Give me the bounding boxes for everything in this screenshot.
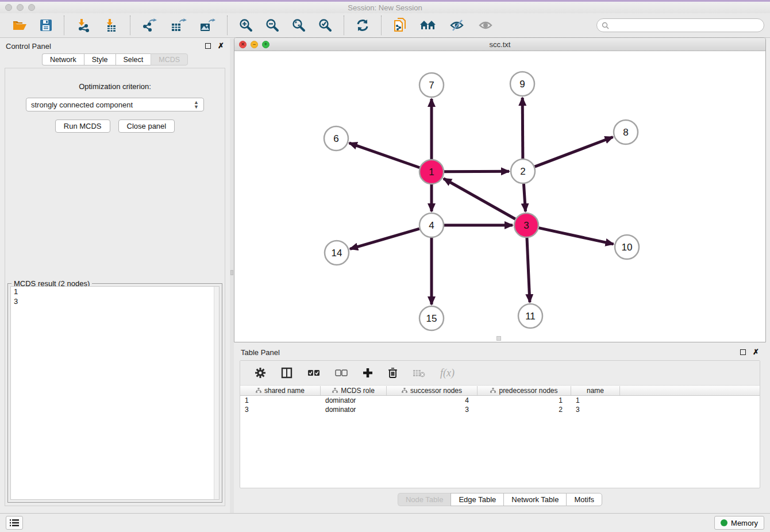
checked-boxes-icon: [307, 369, 320, 376]
zoom-out-button[interactable]: [263, 17, 282, 33]
edge-2-8[interactable]: [535, 137, 613, 167]
column-header-shared-name[interactable]: shared name: [240, 386, 321, 395]
cell-successor-nodes[interactable]: 4: [387, 396, 478, 405]
zoom-selected-button[interactable]: [316, 17, 334, 33]
cell-name[interactable]: 1: [571, 396, 620, 405]
save-session-button[interactable]: [37, 18, 55, 33]
export-network-button[interactable]: [140, 17, 160, 33]
zoom-in-button[interactable]: [237, 17, 255, 33]
table-row[interactable]: 3dominator323: [240, 405, 760, 414]
edge-1-6[interactable]: [349, 143, 420, 168]
splitter-handle[interactable]: [230, 270, 233, 275]
deselect-all-rows-button[interactable]: [333, 368, 350, 377]
zoom-fit-button[interactable]: [290, 17, 308, 33]
delete-column-button[interactable]: [386, 366, 400, 380]
export-image-button[interactable]: [197, 17, 218, 33]
run-mcds-button[interactable]: Run MCDS: [55, 119, 110, 133]
close-panel-icon[interactable]: ✗: [218, 43, 224, 49]
close-panel-button[interactable]: Close panel: [118, 119, 175, 133]
toolbar-separator: [130, 16, 130, 35]
apply-function-button[interactable]: f(x): [438, 366, 457, 380]
edge-2-3[interactable]: [523, 184, 525, 211]
column-header-label: successor nodes: [410, 387, 462, 395]
control-tab-network[interactable]: Network: [42, 53, 84, 65]
edge-4-14[interactable]: [350, 229, 419, 249]
memory-button[interactable]: Memory: [714, 516, 764, 530]
search-input[interactable]: [609, 21, 759, 29]
cell-predecessor-nodes[interactable]: 1: [478, 396, 571, 405]
mcds-tab-content: Optimization criterion: strongly connect…: [5, 68, 225, 506]
criterion-select[interactable]: strongly connected component ▲▼: [26, 98, 204, 111]
cell-successor-nodes[interactable]: 3: [387, 405, 478, 414]
cell-MCDS-role[interactable]: dominator: [321, 405, 387, 414]
edge-2-9[interactable]: [522, 98, 523, 159]
import-table-button[interactable]: [101, 17, 121, 33]
canvas-resize-handle[interactable]: [496, 336, 501, 341]
column-header-successor-nodes[interactable]: successor nodes: [387, 386, 478, 395]
duplicate-network-icon: [393, 18, 407, 33]
control-tab-style[interactable]: Style: [84, 53, 116, 65]
result-scrollbar[interactable]: [214, 287, 219, 499]
window-traffic-lights[interactable]: [5, 4, 35, 11]
float-panel-icon[interactable]: [205, 43, 211, 49]
hide-selected-button[interactable]: [447, 18, 468, 33]
control-tab-mcds[interactable]: MCDS: [151, 53, 188, 65]
network-canvas[interactable]: 7968124314101511: [234, 52, 765, 342]
control-panel: Control Panel ✗ NetworkStyleSelectMCDS O…: [0, 38, 230, 513]
delete-table-button[interactable]: [410, 368, 428, 379]
table-tab-node-table[interactable]: Node Table: [398, 493, 451, 506]
control-tab-select[interactable]: Select: [116, 53, 151, 65]
network-close-icon[interactable]: ✕: [239, 41, 247, 48]
table-float-icon[interactable]: [740, 349, 746, 355]
main-toolbar: [0, 13, 770, 38]
column-header-predecessor-nodes[interactable]: predecessor nodes: [478, 386, 571, 395]
edge-1-2[interactable]: [444, 171, 509, 172]
table-tab-motifs[interactable]: Motifs: [566, 493, 602, 506]
network-minimize-icon[interactable]: –: [251, 41, 258, 48]
table-tab-network-table[interactable]: Network Table: [503, 493, 566, 506]
cell-shared-name[interactable]: 3: [240, 405, 321, 414]
function-fx-label: f(x): [440, 367, 455, 379]
search-box[interactable]: [596, 18, 764, 32]
show-all-button[interactable]: [476, 18, 496, 33]
duplicate-network-button[interactable]: [391, 17, 409, 34]
edge-3-1[interactable]: [444, 179, 515, 219]
table-row[interactable]: 1dominator411: [240, 396, 760, 405]
edge-3-11[interactable]: [527, 238, 530, 302]
first-neighbors-button[interactable]: [417, 18, 439, 33]
cell-predecessor-nodes[interactable]: 2: [478, 405, 571, 414]
show-columns-button[interactable]: [279, 366, 295, 380]
eye-slash-icon: [449, 19, 465, 32]
network-window-titlebar[interactable]: ✕ – + scc.txt: [234, 38, 765, 51]
edge-3-10[interactable]: [538, 228, 613, 244]
network-graph[interactable]: 7968124314101511: [234, 52, 765, 342]
import-network-button[interactable]: [74, 17, 93, 33]
network-view-window: ✕ – + scc.txt 7968124314101511: [234, 37, 766, 342]
cell-name[interactable]: 3: [571, 405, 620, 414]
add-column-button[interactable]: [360, 367, 375, 379]
mcds-result-list[interactable]: 13: [10, 286, 220, 500]
result-item[interactable]: 3: [11, 296, 219, 306]
refresh-button[interactable]: [353, 17, 372, 33]
table-close-icon[interactable]: ✗: [753, 349, 759, 355]
result-item[interactable]: 1: [11, 287, 219, 296]
panel-splitter[interactable]: [230, 38, 234, 513]
network-zoom-icon[interactable]: +: [262, 41, 270, 48]
cell-shared-name[interactable]: 1: [240, 396, 321, 405]
node-label-9: 9: [519, 79, 525, 90]
zoom-window-icon[interactable]: [28, 4, 35, 11]
open-session-button[interactable]: [10, 18, 29, 33]
column-header-MCDS-role[interactable]: MCDS role: [321, 386, 387, 395]
cell-MCDS-role[interactable]: dominator: [321, 396, 387, 405]
select-all-rows-button[interactable]: [305, 368, 322, 377]
network-traffic-lights[interactable]: ✕ – +: [239, 41, 270, 48]
table-tab-edge-table[interactable]: Edge Table: [451, 493, 503, 506]
column-header-name[interactable]: name: [571, 386, 620, 395]
table-settings-button[interactable]: [252, 366, 268, 380]
close-window-icon[interactable]: [5, 4, 12, 11]
network-window-title: scc.txt: [490, 40, 511, 49]
zoom-fit-icon: [292, 18, 306, 32]
task-history-button[interactable]: [6, 516, 23, 530]
minimize-window-icon[interactable]: [17, 4, 24, 11]
export-table-button[interactable]: [168, 17, 189, 33]
